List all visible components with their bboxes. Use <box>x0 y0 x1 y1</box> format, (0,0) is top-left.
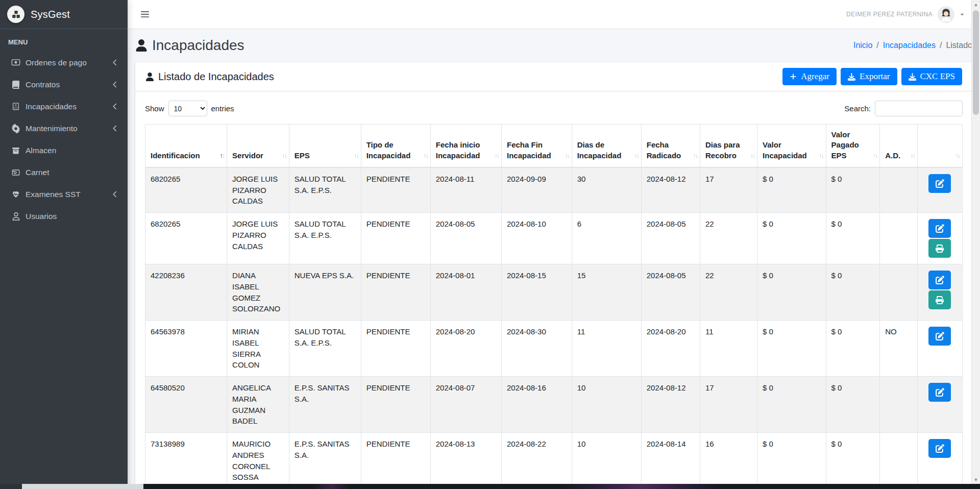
strip-segment-light <box>22 484 143 489</box>
cell-dias-de-incapacidad: 15 <box>572 264 641 321</box>
cell-servidor: MAURICIO ANDRES CORONEL SOSSA <box>227 433 289 489</box>
edit-icon <box>936 444 944 453</box>
column-label: EPS <box>295 151 310 160</box>
sidebar-toggle-icon[interactable] <box>139 9 151 20</box>
entries-label: entries <box>211 104 234 113</box>
cell-fecha-inicio-incapacidad: 2024-08-05 <box>430 213 501 264</box>
cell-valor-incapacidad: $ 0 <box>757 167 826 213</box>
column-header-identificacion[interactable]: Identificacion↑↓ <box>145 125 227 167</box>
cell-fecha-inicio-incapacidad: 2024-08-07 <box>430 377 501 433</box>
sort-arrows-icon: ↑↓ <box>873 152 877 160</box>
incapacidades-table: Identificacion↑↓Servidor↑↓EPS↑↓Tipo de I… <box>145 124 963 489</box>
incapacidades-card: Listado de Incapacidades AgregarExportar… <box>135 62 972 489</box>
column-label: Tipo de Incapacidad <box>366 140 411 159</box>
agregar-button[interactable]: Agregar <box>782 68 837 85</box>
sidebar-item-contratos[interactable]: Contratos <box>4 74 124 95</box>
sidebar-item-almacen[interactable]: Almacen <box>4 140 124 161</box>
column-header-actions[interactable]: ↑↓ <box>917 125 962 167</box>
column-header-servidor[interactable]: Servidor↑↓ <box>227 125 289 167</box>
column-header-eps[interactable]: EPS↑↓ <box>289 125 361 167</box>
edit-row-button[interactable] <box>928 327 951 346</box>
edit-row-button[interactable] <box>928 219 951 238</box>
column-header-fecha-inicio-incapacidad[interactable]: Fecha inicio Incapacidad↑↓ <box>430 125 501 167</box>
edit-row-button[interactable] <box>928 174 951 193</box>
cell-a-d: NO <box>880 321 918 377</box>
chevron-left-icon <box>113 125 119 132</box>
print-row-button[interactable] <box>928 239 951 258</box>
button-label: CXC EPS <box>920 71 955 82</box>
page-length-control: Show 10 entries <box>145 101 234 116</box>
cell-dias-de-incapacidad: 30 <box>572 167 641 213</box>
sort-arrows-icon: ↑↓ <box>354 152 358 160</box>
sort-arrows-icon: ↑↓ <box>750 152 755 160</box>
top-navbar: DEIMER PEREZ PATERNINA <box>128 0 980 29</box>
table-row: 73138989MAURICIO ANDRES CORONEL SOSSAE.P… <box>145 433 963 489</box>
table-row: 64563978MIRIAN ISABEL SIERRA COLONSALUD … <box>145 321 963 377</box>
exportar-button[interactable]: Exportar <box>841 68 897 85</box>
column-header-a-d[interactable]: A.D.↑↓ <box>880 125 918 167</box>
breadcrumb-incapacidades[interactable]: Incapacidades <box>883 41 936 50</box>
cell-identificacion: 6820265 <box>145 213 227 264</box>
column-header-dias-para-recobro[interactable]: Dias para Recobro↑↓ <box>700 125 757 167</box>
sort-arrows-icon: ↑↓ <box>910 152 915 160</box>
cell-eps: SALUD TOTAL S.A. E.P.S. <box>289 321 361 377</box>
cell-dias-para-recobro: 22 <box>700 213 757 264</box>
cxc-eps-button[interactable]: CXC EPS <box>901 68 963 85</box>
column-header-valor-pagado-eps[interactable]: Valor Pagado EPS↑↓ <box>826 125 880 167</box>
scroll-down-icon[interactable]: ▼ <box>972 475 980 484</box>
cell-fecha-inicio-incapacidad: 2024-08-13 <box>430 433 501 489</box>
column-header-fecha-fin-incapacidad[interactable]: Fecha Fin Incapacidad↑↓ <box>502 125 572 167</box>
scrollbar-thumb[interactable] <box>973 10 979 115</box>
search-input[interactable] <box>875 101 963 116</box>
page-length-select[interactable]: 10 <box>168 101 207 116</box>
cell-eps: NUEVA EPS S.A. <box>289 264 361 321</box>
scroll-up-icon[interactable]: ▲ <box>972 0 980 9</box>
table-row: 64580520ANGELICA MARIA GUZMAN BADELE.P.S… <box>145 377 963 433</box>
user-menu[interactable]: DEIMER PEREZ PATERNINA <box>846 6 965 23</box>
edit-row-button[interactable] <box>928 439 951 458</box>
column-header-tipo-de-incapacidad[interactable]: Tipo de Incapacidad↑↓ <box>361 125 430 167</box>
app-window: SysGest MENU Ordenes de pagoContratosInc… <box>0 0 980 489</box>
plus-icon <box>790 73 797 80</box>
cell-dias-para-recobro: 17 <box>700 377 757 433</box>
print-row-button[interactable] <box>928 290 951 309</box>
page-title-text: Incapacidades <box>152 37 244 54</box>
card-header: Listado de Incapacidades AgregarExportar… <box>135 62 972 91</box>
vertical-scrollbar[interactable]: ▲ ▼ <box>971 0 980 489</box>
sidebar-item-ordenes-de-pago[interactable]: Ordenes de pago <box>4 52 124 73</box>
column-header-fecha-radicado[interactable]: Fecha Radicado↑↓ <box>641 125 700 167</box>
button-label: Agregar <box>801 71 829 82</box>
cell-eps: E.P.S. SANITAS S.A. <box>289 377 361 433</box>
sort-arrows-icon: ↑↓ <box>693 152 698 160</box>
strip-segment-glow <box>561 484 720 489</box>
sidebar-item-incapacidades[interactable]: Incapacidades <box>4 96 124 117</box>
cell-dias-para-recobro: 16 <box>700 433 757 489</box>
column-header-dias-de-incapacidad[interactable]: Dias de Incapacidad↑↓ <box>572 125 641 167</box>
cell-valor-pagado-eps: $ 0 <box>826 213 880 264</box>
cell-tipo-de-incapacidad: PENDIENTE <box>361 167 430 213</box>
cell-actions <box>917 433 962 489</box>
column-label: Valor Incapacidad <box>763 140 807 159</box>
sidebar-item-carnet[interactable]: Carnet <box>4 162 124 183</box>
breadcrumb: Inicio/Incapacidades/Listado <box>853 41 972 50</box>
sidebar-item-mantenimiento[interactable]: Mantenimiento <box>4 118 124 139</box>
edit-row-button[interactable] <box>928 271 951 289</box>
cell-fecha-radicado: 2024-08-12 <box>641 167 700 213</box>
chevron-left-icon <box>113 59 119 66</box>
sidebar-item-examenes-sst[interactable]: Examenes SST <box>4 184 124 205</box>
main-area: DEIMER PEREZ PATERNINA <box>128 0 980 489</box>
archive-icon <box>8 146 23 155</box>
breadcrumb-inicio[interactable]: Inicio <box>853 41 872 50</box>
brand[interactable]: SysGest <box>0 0 128 29</box>
card-title: Listado de Incapacidades <box>145 71 274 83</box>
edit-row-button[interactable] <box>928 383 951 402</box>
download-icon <box>909 73 916 81</box>
table-row: 42208236DIANA ISABEL GOMEZ SOLORZANONUEV… <box>145 264 963 321</box>
cell-eps: SALUD TOTAL S.A. E.P.S. <box>289 167 361 213</box>
cell-identificacion: 73138989 <box>145 433 227 489</box>
sidebar-item-usuarios[interactable]: Usuarios <box>4 206 124 227</box>
page-title: Incapacidades <box>135 37 244 54</box>
cell-valor-incapacidad: $ 0 <box>757 433 826 489</box>
cell-servidor: JORGE LUIS PIZARRO CALDAS <box>227 167 289 213</box>
column-header-valor-incapacidad[interactable]: Valor Incapacidad↑↓ <box>757 125 826 167</box>
